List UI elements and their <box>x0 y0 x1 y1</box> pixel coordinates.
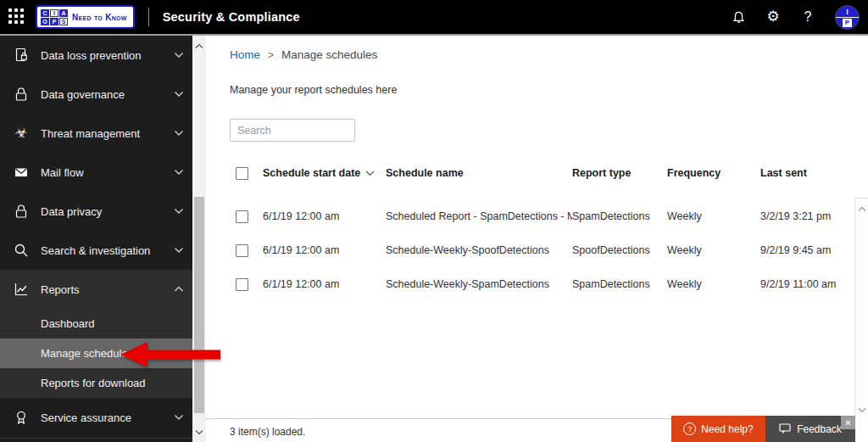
cell-start-date: 6/1/19 12:00 am <box>263 278 386 290</box>
cell-last-sent: 3/2/19 3:21 pm <box>760 210 843 222</box>
sidebar-item-data-privacy[interactable]: Data privacy <box>0 192 192 231</box>
sidebar-item-service-assurance[interactable]: Service assurance <box>0 398 192 437</box>
top-bar: C I A O P S Need to Know Security & Comp… <box>0 0 868 36</box>
column-header-report-type[interactable]: Report type <box>572 167 667 179</box>
sidebar-item-label: Data governance <box>41 88 163 101</box>
sidebar-item-reports-for-download[interactable]: Reports for download <box>0 368 192 398</box>
settings-gear-icon[interactable]: ⚙ <box>765 9 781 25</box>
sidebar-item-reports[interactable]: Reports <box>0 270 192 309</box>
cell-last-sent: 9/2/19 11:00 am <box>760 278 843 290</box>
search-input[interactable] <box>230 119 355 142</box>
breadcrumb-home-link[interactable]: Home <box>230 48 260 61</box>
sidebar-scrollbar-thumb[interactable] <box>194 197 204 413</box>
ciaops-logo-tiles: C I A O P S <box>41 9 68 25</box>
sidebar-item-label: Reports <box>41 283 163 296</box>
account-avatar[interactable]: I P <box>835 5 860 30</box>
logo-tile: O <box>41 18 49 25</box>
topbar-actions: ⚙ ? I P <box>731 5 868 30</box>
column-header-frequency[interactable]: Frequency <box>667 167 760 179</box>
chevron-down-icon <box>174 52 184 59</box>
chevron-down-icon <box>174 247 184 254</box>
security-compliance-window: C I A O P S Need to Know Security & Comp… <box>0 0 868 442</box>
column-header-label: Schedule start date <box>263 167 360 179</box>
sidebar-item-data-loss-prevention[interactable]: Data loss prevention <box>0 36 192 75</box>
items-loaded-status: 3 item(s) loaded. <box>230 426 305 438</box>
table-body: 6/1/19 12:00 am Scheduled Report - SpamD… <box>230 199 843 301</box>
table-header-row: Schedule start date Schedule name Report… <box>230 159 843 187</box>
sidebar-subitem-label: Reports for download <box>41 377 146 389</box>
table-row[interactable]: 6/1/19 12:00 am Scheduled Report - SpamD… <box>230 199 843 233</box>
sidebar-subitem-label: Dashboard <box>41 317 95 330</box>
sidebar-item-label: Data privacy <box>41 205 163 218</box>
chevron-up-icon <box>174 286 184 293</box>
cell-name: Scheduled Report - SpamDetections - M... <box>386 210 572 222</box>
scroll-down-arrow-icon[interactable] <box>192 425 206 439</box>
line-chart-icon <box>13 282 30 297</box>
row-checkbox[interactable] <box>236 210 248 223</box>
logo-tile: P <box>50 18 58 25</box>
document-lock-icon <box>13 48 30 63</box>
need-help-label: Need help? <box>701 423 753 435</box>
logo-tile: S <box>59 18 68 25</box>
close-icon[interactable]: ✕ <box>841 416 855 429</box>
sidebar-item-data-governance[interactable]: Data governance <box>0 75 192 114</box>
cell-start-date: 6/1/19 12:00 am <box>263 244 386 256</box>
need-help-button[interactable]: ? Need help? <box>671 416 765 442</box>
biohazard-icon: ☣ <box>13 126 30 141</box>
cell-report-type: SpamDetections <box>572 210 667 222</box>
logo-tile: I <box>50 9 58 17</box>
page-description: Manage your report schedules here <box>230 84 397 96</box>
main-content: Home > Manage schedules Manage your repo… <box>206 36 868 442</box>
scroll-up-arrow-icon[interactable] <box>192 39 206 53</box>
cell-report-type: SpoofDetections <box>572 244 667 256</box>
sidebar-item-manage-schedules[interactable]: Manage schedules <box>0 338 192 368</box>
sidebar-item-dashboard[interactable]: Dashboard <box>0 309 192 338</box>
scroll-down-arrow-icon[interactable] <box>855 403 868 417</box>
column-header-start-date[interactable]: Schedule start date <box>263 167 386 179</box>
logo-tile: A <box>59 9 68 17</box>
chevron-down-icon <box>174 91 184 98</box>
content-scrollbar[interactable] <box>854 198 868 420</box>
schedules-table: Schedule start date Schedule name Report… <box>230 159 843 301</box>
notifications-bell-icon[interactable] <box>731 9 746 25</box>
ciaops-logo: C I A O P S Need to Know <box>36 5 135 29</box>
column-header-last-sent[interactable]: Last sent <box>760 167 843 179</box>
help-circle-icon: ? <box>683 422 696 435</box>
table-row[interactable]: 6/1/19 12:00 am Schedule-Weekly-SpamDete… <box>230 267 843 301</box>
feedback-bubble-icon <box>779 423 791 434</box>
cell-name: Schedule-Weekly-SpoofDetections <box>386 244 572 256</box>
scroll-up-arrow-icon[interactable] <box>855 202 868 215</box>
cell-frequency: Weekly <box>667 210 760 222</box>
sidebar-item-mail-flow[interactable]: Mail flow <box>0 153 192 192</box>
app-launcher-icon[interactable] <box>8 8 25 25</box>
sidebar-item-label: Data loss prevention <box>41 49 163 62</box>
sidebar-subitem-label: Manage schedules <box>41 347 133 360</box>
chevron-down-icon <box>174 414 184 421</box>
cell-last-sent: 9/2/19 9:45 am <box>760 244 843 256</box>
avatar-divider <box>836 17 859 18</box>
left-nav-sidebar: Data loss prevention Data governance ☣ T… <box>0 36 192 442</box>
chevron-down-icon <box>174 169 184 176</box>
sidebar-item-label: Threat management <box>41 127 163 140</box>
logo-text: Need to Know <box>72 13 127 22</box>
sidebar-item-threat-management[interactable]: ☣ Threat management <box>0 114 192 153</box>
lock-icon <box>13 87 30 102</box>
reports-section: Reports Dashboard Manage schedules Repor… <box>0 270 192 398</box>
chevron-down-icon <box>174 208 184 215</box>
select-all-checkbox[interactable] <box>236 167 248 180</box>
row-checkbox[interactable] <box>236 244 248 257</box>
lock-icon <box>13 204 30 219</box>
row-checkbox[interactable] <box>236 278 248 291</box>
help-icon[interactable]: ? <box>800 9 815 25</box>
sidebar-item-search-investigation[interactable]: Search & investigation <box>0 231 192 270</box>
search-icon <box>13 243 30 258</box>
sidebar-item-label: Mail flow <box>41 166 163 179</box>
sidebar-scrollbar[interactable] <box>192 36 206 442</box>
column-header-name[interactable]: Schedule name <box>386 167 572 179</box>
logo-tile: C <box>41 9 49 17</box>
award-ribbon-icon <box>13 410 30 425</box>
table-row[interactable]: 6/1/19 12:00 am Schedule-Weekly-SpoofDet… <box>230 233 843 267</box>
breadcrumb: Home > Manage schedules <box>230 48 377 61</box>
cell-report-type: SpamDetections <box>572 278 667 290</box>
cell-frequency: Weekly <box>667 278 760 290</box>
